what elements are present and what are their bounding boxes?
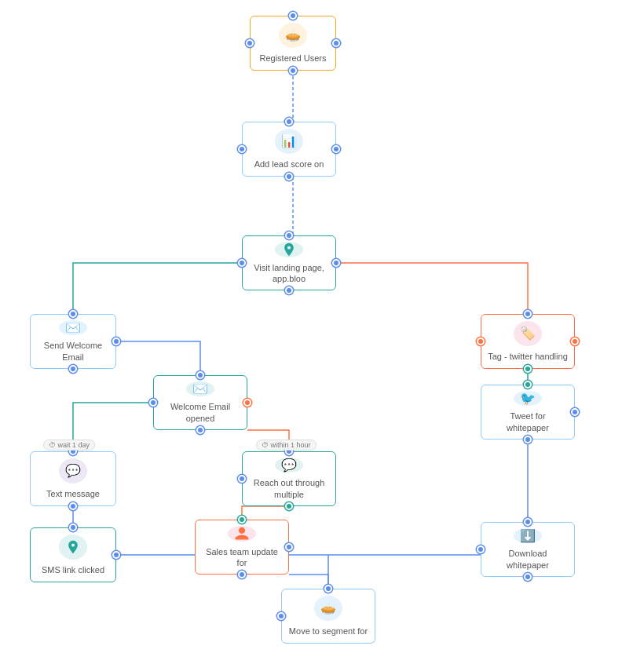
dot-top: [289, 12, 297, 20]
dot-bottom: [289, 67, 297, 75]
dot-left: [477, 545, 485, 553]
tweet-whitepaper-label: Tweet for whitepaper: [488, 410, 568, 433]
node-tweet-whitepaper[interactable]: 🐦 Tweet for whitepaper: [481, 385, 575, 440]
welcome-opened-label: Welcome Email opened: [160, 401, 240, 424]
node-move-to-segment[interactable]: 🥧 Move to segment for: [281, 589, 375, 644]
text-message-label: Text message: [46, 488, 100, 499]
dot-top: [524, 518, 532, 526]
visit-landing-icon: [275, 242, 303, 257]
reach-out-label: Reach out through multiple: [249, 477, 329, 500]
dot-left: [149, 399, 157, 407]
node-reach-out[interactable]: 💬 Reach out through multiple: [242, 451, 336, 506]
dot-top: [238, 516, 246, 524]
download-whitepaper-label: Download whitepaper: [488, 548, 568, 571]
dot-left: [238, 259, 246, 267]
node-visit-landing[interactable]: Visit landing page, app.bloo: [242, 235, 336, 290]
welcome-opened-icon: ✉️: [186, 381, 214, 396]
node-add-lead-score[interactable]: 📊 Add lead score on: [242, 122, 336, 177]
dot-bottom: [238, 571, 246, 578]
move-segment-label: Move to segment for: [289, 626, 368, 637]
dot-left: [246, 39, 254, 47]
sales-team-icon: [228, 526, 256, 542]
badge-wait-1-day: ⏱ wait 1 day: [43, 440, 95, 451]
registered-users-label: Registered Users: [260, 53, 327, 64]
reach-out-icon: 💬: [275, 458, 303, 472]
dot-bottom: [524, 436, 532, 443]
send-welcome-icon: ✉️: [59, 320, 87, 335]
dot-left: [238, 475, 246, 483]
dot-bottom: [285, 286, 293, 294]
sms-link-label: SMS link clicked: [42, 564, 104, 575]
node-welcome-email-opened[interactable]: ✉️ Welcome Email opened: [153, 375, 247, 430]
dot-top: [524, 310, 532, 318]
sms-link-icon: [59, 534, 87, 560]
dot-bottom: [69, 502, 77, 510]
dot-right: [332, 39, 340, 47]
visit-landing-label: Visit landing page, app.bloo: [249, 262, 329, 285]
move-segment-icon: 🥧: [314, 596, 342, 621]
dot-right: [571, 408, 579, 416]
dot-top: [285, 118, 293, 126]
sales-team-label: Sales team update for: [202, 546, 282, 569]
node-tag-twitter[interactable]: 🏷️ Tag - twitter handling: [481, 314, 575, 369]
add-lead-score-icon: 📊: [275, 129, 303, 154]
dot-top: [285, 232, 293, 239]
node-download-whitepaper[interactable]: ⬇️ Download whitepaper: [481, 522, 575, 577]
node-sms-link-clicked[interactable]: SMS link clicked: [30, 527, 116, 582]
dot-top: [196, 371, 204, 379]
tag-twitter-label: Tag - twitter handling: [488, 351, 568, 362]
dot-top: [324, 585, 332, 593]
workflow-canvas: 🥧 Registered Users 📊 Add lead score on V…: [0, 0, 644, 664]
dot-right: [571, 337, 579, 345]
dot-left: [238, 145, 246, 153]
add-lead-score-label: Add lead score on: [254, 159, 324, 170]
dot-bottom: [69, 365, 77, 373]
dot-left: [277, 612, 285, 620]
dot-right: [332, 145, 340, 153]
dot-top: [69, 310, 77, 318]
dot-bottom: [285, 173, 293, 181]
dot-top: [524, 381, 532, 389]
dot-right: [112, 337, 120, 345]
node-registered-users[interactable]: 🥧 Registered Users: [250, 16, 336, 71]
dot-bottom: [285, 502, 293, 510]
dot-right-orange: [243, 399, 251, 407]
dot-bottom: [524, 573, 532, 581]
node-send-welcome-email[interactable]: ✉️ Send Welcome Email: [30, 314, 116, 369]
registered-users-icon: 🥧: [279, 23, 307, 48]
dot-right: [112, 551, 120, 559]
badge-within-1-hour: ⏱ within 1 hour: [256, 440, 317, 451]
send-welcome-label: Send Welcome Email: [37, 340, 109, 363]
dot-left: [477, 337, 485, 345]
tag-twitter-icon: 🏷️: [514, 321, 542, 346]
node-text-message[interactable]: 💬 Text message: [30, 451, 116, 506]
dot-bottom: [524, 365, 532, 373]
text-message-icon: 💬: [59, 458, 87, 483]
node-sales-team-update[interactable]: Sales team update for: [195, 520, 289, 575]
tweet-whitepaper-icon: 🐦: [514, 391, 542, 406]
dot-right: [285, 543, 293, 551]
dot-bottom: [196, 426, 204, 434]
download-whitepaper-icon: ⬇️: [514, 528, 542, 543]
dot-right: [332, 259, 340, 267]
dot-top: [69, 524, 77, 531]
